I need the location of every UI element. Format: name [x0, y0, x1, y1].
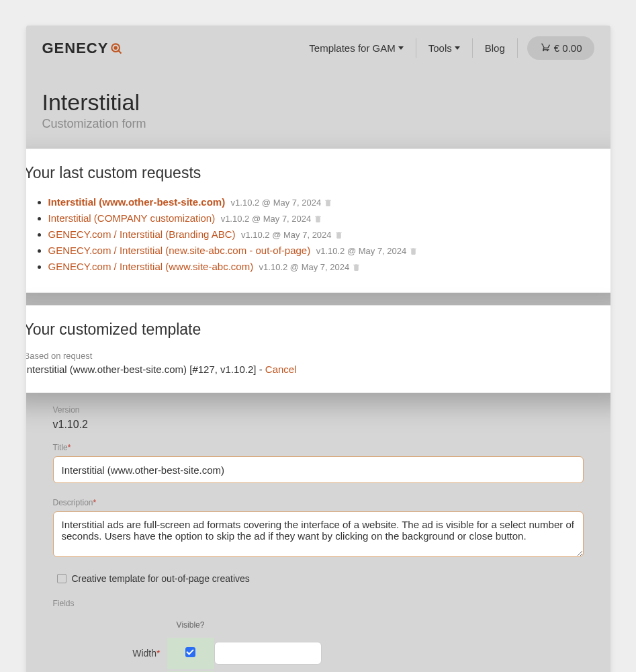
logo-text: GENECY	[42, 40, 109, 57]
chevron-down-icon	[455, 46, 460, 50]
version-label: Version	[53, 405, 584, 415]
request-meta: v1.10.2 @ May 7, 2024	[259, 262, 350, 272]
field-visible-cell	[167, 638, 214, 669]
logo-target-icon	[109, 42, 123, 55]
fields-table: Visible? Width*Height*	[53, 620, 584, 672]
page-header: Interstitial Customization form	[26, 71, 610, 139]
logo[interactable]: GENECY	[42, 40, 124, 57]
request-meta: v1.10.2 @ May 7, 2024	[316, 246, 407, 256]
trash-icon[interactable]	[352, 263, 361, 271]
topbar: GENECY Templates for GAM Tools Blog	[26, 26, 610, 71]
request-link[interactable]: Interstitial (COMPANY customization)	[48, 212, 216, 224]
panel-recent-requests: Your last custom requests Interstitial (…	[26, 149, 610, 293]
request-meta: v1.10.2 @ May 7, 2024	[221, 214, 312, 224]
svg-point-3	[547, 50, 548, 51]
version-value: v1.10.2	[53, 419, 584, 431]
request-item: GENECY.com / Interstitial (www.site-abc.…	[48, 259, 610, 275]
request-item: Interstitial (www.other-best-site.com) v…	[48, 194, 610, 210]
svg-point-2	[543, 50, 544, 51]
trash-icon[interactable]	[409, 247, 418, 255]
checkbox-icon[interactable]	[57, 574, 66, 583]
svg-point-1	[115, 46, 117, 48]
request-meta: v1.10.2 @ May 7, 2024	[241, 230, 332, 240]
chevron-down-icon	[398, 46, 404, 50]
cart-amount: € 0.00	[554, 42, 582, 54]
cancel-link[interactable]: Cancel	[265, 364, 297, 375]
panel-customized-template: Your customized template Based on reques…	[26, 305, 610, 393]
title-input[interactable]	[53, 456, 584, 483]
oop-label: Creative template for out-of-page creati…	[72, 573, 250, 584]
request-link[interactable]: GENECY.com / Interstitial (Branding ABC)	[48, 228, 236, 240]
form-area: Version v1.10.2 Title* Description* Inte…	[26, 405, 610, 672]
title-label: Title*	[53, 443, 584, 452]
field-value-cell	[214, 636, 328, 670]
request-link[interactable]: Interstitial (www.other-best-site.com)	[48, 196, 226, 208]
description-label: Description*	[53, 498, 584, 507]
fields-label: Fields	[53, 599, 584, 608]
request-link[interactable]: GENECY.com / Interstitial (new.site-abc.…	[48, 245, 311, 256]
request-item: Interstitial (COMPANY customization) v1.…	[48, 210, 610, 226]
trash-icon[interactable]	[334, 230, 343, 239]
visible-column-head: Visible?	[167, 620, 214, 636]
app-container: GENECY Templates for GAM Tools Blog	[26, 26, 610, 672]
based-on-text: Interstitial (www.other-best-site.com) […	[26, 364, 265, 375]
nav-blog[interactable]: Blog	[473, 38, 518, 58]
nav-templates-label: Templates for GAM	[309, 42, 395, 54]
page-subtitle: Customization form	[42, 117, 594, 131]
nav-templates[interactable]: Templates for GAM	[297, 38, 416, 58]
visible-checkbox[interactable]	[185, 647, 195, 657]
nav-tools-label: Tools	[428, 42, 452, 54]
cart-button[interactable]: € 0.00	[527, 36, 594, 60]
request-link[interactable]: GENECY.com / Interstitial (www.site-abc.…	[48, 261, 254, 272]
page-title: Interstitial	[42, 89, 594, 116]
field-value-input[interactable]	[214, 642, 322, 665]
panels: Your last custom requests Interstitial (…	[26, 149, 610, 393]
trash-icon[interactable]	[324, 198, 332, 207]
field-row-label: Width*	[53, 638, 167, 668]
based-on-label: Based on request	[26, 351, 610, 361]
request-item: GENECY.com / Interstitial (new.site-abc.…	[48, 243, 610, 259]
panel-heading: Your last custom requests	[26, 164, 610, 182]
panel-heading: Your customized template	[26, 321, 610, 339]
cart-icon	[539, 42, 550, 54]
request-item: GENECY.com / Interstitial (Branding ABC)…	[48, 226, 610, 243]
oop-checkbox-row[interactable]: Creative template for out-of-page creati…	[53, 573, 584, 584]
nav: Templates for GAM Tools Blog € 0.00	[297, 36, 594, 60]
fields-section: Fields Visible? Width*Height*	[53, 599, 584, 672]
nav-tools[interactable]: Tools	[416, 38, 473, 58]
trash-icon[interactable]	[314, 214, 322, 223]
request-meta: v1.10.2 @ May 7, 2024	[231, 198, 322, 208]
based-on-line: Interstitial (www.other-best-site.com) […	[26, 364, 610, 375]
description-textarea[interactable]: Interstitial ads are full-screen ad form…	[53, 511, 584, 557]
request-list: Interstitial (www.other-best-site.com) v…	[26, 194, 610, 275]
nav-blog-label: Blog	[485, 42, 505, 54]
